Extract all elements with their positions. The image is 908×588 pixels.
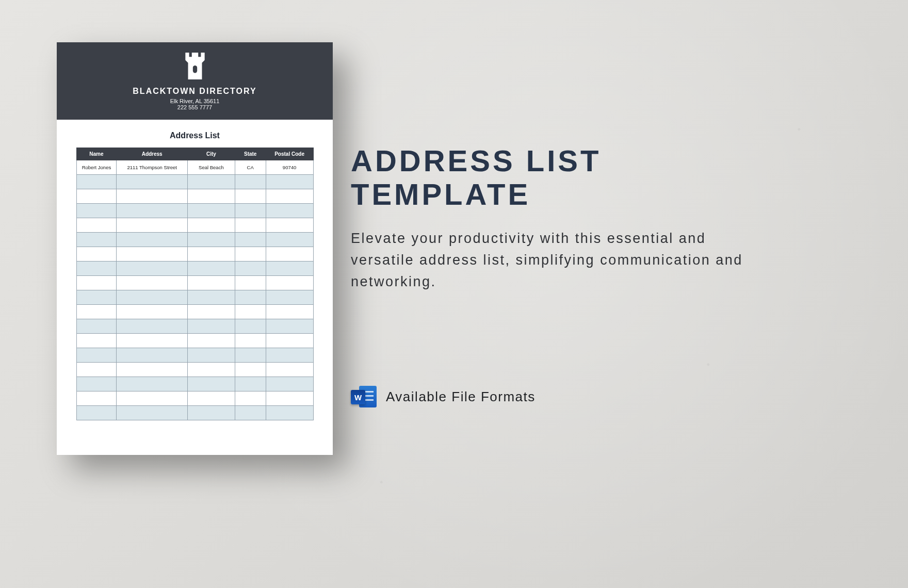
table-row — [76, 377, 313, 391]
table-body: Robert Jones2111 Thompson StreetSeal Bea… — [76, 160, 313, 420]
cell-empty — [235, 334, 266, 348]
cell-empty — [188, 189, 235, 204]
table-row — [76, 334, 313, 348]
document-title: Address List — [57, 131, 333, 140]
cell-empty — [117, 233, 188, 247]
table-row: Robert Jones2111 Thompson StreetSeal Bea… — [76, 160, 313, 175]
cell-empty — [76, 189, 117, 204]
cell-empty — [235, 377, 266, 391]
cell-address: 2111 Thompson Street — [117, 160, 188, 175]
table-row — [76, 247, 313, 262]
stage: BLACKTOWN DIRECTORY Elk River, AL 35611 … — [0, 0, 908, 588]
table-row — [76, 204, 313, 218]
table-row — [76, 233, 313, 247]
cell-empty — [76, 406, 117, 420]
word-icon-badge: W — [351, 390, 365, 404]
cell-empty — [266, 189, 313, 204]
cell-empty — [266, 233, 313, 247]
cell-city: Seal Beach — [188, 160, 235, 175]
marketing-panel: ADDRESS LIST TEMPLATE Elevate your produ… — [351, 144, 815, 292]
cell-empty — [117, 290, 188, 305]
cell-empty — [117, 406, 188, 420]
cell-empty — [76, 247, 117, 262]
table-row — [76, 406, 313, 420]
title-line-1: ADDRESS LIST — [351, 144, 815, 178]
cell-empty — [188, 391, 235, 406]
svg-rect-0 — [192, 66, 197, 73]
cell-empty — [235, 233, 266, 247]
cell-empty — [266, 406, 313, 420]
cell-empty — [76, 276, 117, 290]
cell-empty — [235, 348, 266, 363]
cell-empty — [188, 204, 235, 218]
cell-empty — [235, 319, 266, 334]
cell-empty — [266, 363, 313, 377]
cell-empty — [188, 334, 235, 348]
cell-empty — [188, 305, 235, 319]
cell-empty — [266, 247, 313, 262]
cell-empty — [76, 218, 117, 233]
title-line-2: TEMPLATE — [351, 178, 815, 211]
table-row — [76, 348, 313, 363]
cell-empty — [117, 319, 188, 334]
company-name: BLACKTOWN DIRECTORY — [62, 87, 328, 96]
cell-empty — [235, 305, 266, 319]
table-row — [76, 391, 313, 406]
cell-empty — [188, 319, 235, 334]
cell-empty — [76, 348, 117, 363]
cell-empty — [76, 377, 117, 391]
cell-empty — [188, 290, 235, 305]
col-header-state: State — [235, 148, 266, 160]
table-row — [76, 276, 313, 290]
cell-empty — [76, 334, 117, 348]
cell-empty — [76, 305, 117, 319]
table-row — [76, 262, 313, 276]
cell-empty — [188, 363, 235, 377]
tower-icon — [182, 52, 208, 80]
cell-empty — [117, 305, 188, 319]
cell-empty — [117, 262, 188, 276]
cell-empty — [188, 175, 235, 189]
cell-empty — [235, 189, 266, 204]
cell-empty — [188, 262, 235, 276]
cell-state: CA — [235, 160, 266, 175]
cell-empty — [235, 262, 266, 276]
col-header-address: Address — [117, 148, 188, 160]
col-header-name: Name — [76, 148, 117, 160]
col-header-city: City — [188, 148, 235, 160]
cell-empty — [266, 204, 313, 218]
cell-empty — [266, 175, 313, 189]
cell-empty — [188, 348, 235, 363]
cell-empty — [266, 391, 313, 406]
cell-empty — [117, 276, 188, 290]
cell-empty — [266, 334, 313, 348]
cell-postal: 90740 — [266, 160, 313, 175]
address-table: Name Address City State Postal Code Robe… — [76, 148, 314, 420]
table-row — [76, 319, 313, 334]
cell-empty — [76, 290, 117, 305]
cell-empty — [117, 348, 188, 363]
cell-empty — [117, 218, 188, 233]
cell-empty — [76, 319, 117, 334]
cell-empty — [117, 189, 188, 204]
cell-empty — [76, 204, 117, 218]
table-row — [76, 290, 313, 305]
table-row — [76, 175, 313, 189]
cell-empty — [266, 319, 313, 334]
cell-empty — [76, 233, 117, 247]
cell-empty — [266, 276, 313, 290]
table-row — [76, 218, 313, 233]
cell-empty — [76, 262, 117, 276]
cell-empty — [266, 290, 313, 305]
cell-empty — [76, 391, 117, 406]
cell-empty — [266, 377, 313, 391]
cell-empty — [235, 290, 266, 305]
company-location: Elk River, AL 35611 — [62, 98, 328, 104]
cell-empty — [76, 175, 117, 189]
col-header-postal: Postal Code — [266, 148, 313, 160]
cell-empty — [266, 262, 313, 276]
cell-empty — [188, 247, 235, 262]
cell-empty — [235, 247, 266, 262]
cell-empty — [117, 377, 188, 391]
cell-empty — [235, 363, 266, 377]
